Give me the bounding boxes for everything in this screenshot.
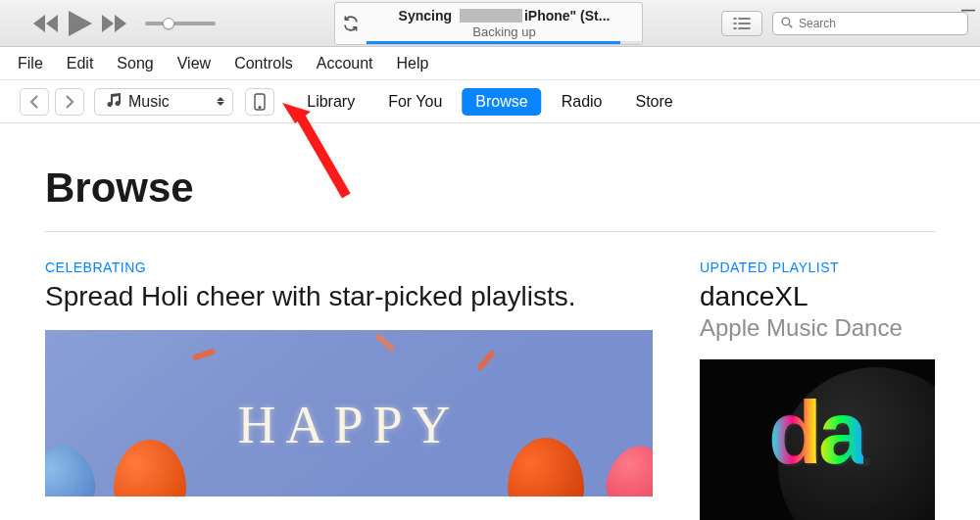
- section-tabs: Library For You Browse Radio Store: [293, 88, 686, 116]
- glitch-text: da: [768, 383, 863, 484]
- search-field[interactable]: [772, 12, 968, 35]
- svg-marker-1: [46, 15, 58, 32]
- page-title: Browse: [45, 165, 935, 212]
- svg-marker-4: [115, 15, 126, 32]
- volume-slider[interactable]: [145, 22, 216, 25]
- feature-side-subtitle: Apple Music Dance: [700, 314, 935, 342]
- window-controls: —: [960, 2, 976, 18]
- sync-status-panel: Syncing iPhone" (St... Backing up: [334, 2, 643, 45]
- sync-status-line2: Backing up: [472, 24, 535, 39]
- svg-point-11: [782, 18, 790, 25]
- feature-side-eyebrow: UPDATED PLAYLIST: [700, 260, 935, 275]
- menu-controls[interactable]: Controls: [222, 49, 305, 78]
- feature-side-artwork[interactable]: da: [700, 359, 935, 520]
- sync-progress-bar: [367, 41, 642, 44]
- previous-button[interactable]: [33, 15, 59, 32]
- tab-radio[interactable]: Radio: [548, 88, 616, 116]
- menu-help[interactable]: Help: [385, 49, 441, 78]
- media-type-label: Music: [128, 93, 170, 111]
- menu-edit[interactable]: Edit: [55, 49, 106, 78]
- feature-main-eyebrow: CELEBRATING: [45, 260, 653, 275]
- search-icon: [781, 16, 793, 31]
- tab-for-you[interactable]: For You: [374, 88, 456, 116]
- tab-browse[interactable]: Browse: [462, 88, 541, 116]
- media-type-selector[interactable]: Music: [94, 88, 233, 116]
- feature-main-artwork[interactable]: HAPPY: [45, 330, 653, 496]
- toolbar: Music Library For You Browse Radio Store: [0, 80, 980, 123]
- svg-line-12: [789, 24, 792, 27]
- next-button[interactable]: [102, 15, 127, 32]
- menu-bar: File Edit Song View Controls Account Hel…: [0, 47, 980, 80]
- svg-marker-3: [102, 15, 114, 32]
- music-note-icon: [105, 92, 121, 112]
- menu-view[interactable]: View: [166, 49, 222, 78]
- feature-side[interactable]: UPDATED PLAYLIST danceXL Apple Music Dan…: [700, 260, 935, 520]
- svg-point-14: [259, 106, 261, 108]
- content-area: Browse CELEBRATING Spread Holi cheer wit…: [0, 123, 980, 520]
- sync-icon: [335, 15, 367, 32]
- feature-main-headline: Spread Holi cheer with star-picked playl…: [45, 281, 653, 312]
- search-input[interactable]: [799, 17, 959, 30]
- menu-song[interactable]: Song: [105, 49, 165, 78]
- play-button[interactable]: [69, 11, 92, 36]
- device-button[interactable]: [245, 88, 274, 116]
- minimize-button[interactable]: —: [960, 2, 976, 18]
- list-view-button[interactable]: [721, 11, 762, 36]
- player-bar: Syncing iPhone" (St... Backing up —: [0, 0, 980, 47]
- nav-back-button[interactable]: [20, 88, 49, 116]
- hero-text: HAPPY: [237, 395, 460, 496]
- tab-library[interactable]: Library: [293, 88, 368, 116]
- divider: [45, 231, 935, 232]
- menu-file[interactable]: File: [6, 49, 55, 78]
- svg-marker-0: [33, 15, 45, 32]
- redacted-device-name: [460, 9, 522, 23]
- feature-main[interactable]: CELEBRATING Spread Holi cheer with star-…: [45, 260, 653, 520]
- chevron-updown-icon: [217, 97, 224, 106]
- feature-side-title: danceXL: [700, 281, 935, 312]
- sync-status-line1: Syncing iPhone" (St...: [399, 8, 611, 24]
- svg-marker-2: [69, 11, 92, 36]
- nav-forward-button[interactable]: [55, 88, 84, 116]
- transport-controls: [33, 11, 127, 36]
- tab-store[interactable]: Store: [621, 88, 686, 116]
- menu-account[interactable]: Account: [305, 49, 385, 78]
